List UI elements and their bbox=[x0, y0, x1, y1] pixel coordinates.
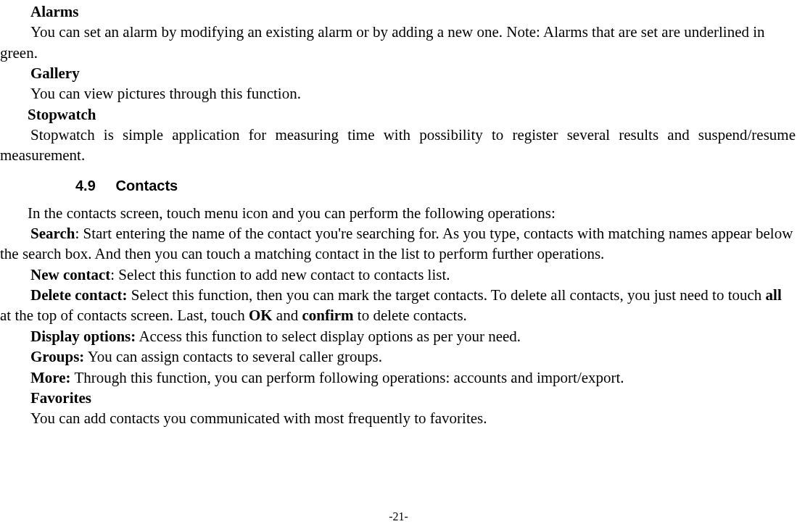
stopwatch-body: Stopwatch is simple application for meas… bbox=[0, 125, 796, 166]
alarms-heading: Alarms bbox=[0, 1, 796, 22]
contacts-more: More: Through this function, you can per… bbox=[0, 367, 796, 388]
contacts-newcontact: New contact: Select this function to add… bbox=[0, 265, 796, 285]
section-heading: 4.9 Contacts bbox=[0, 176, 796, 196]
contacts-display: Display options: Access this function to… bbox=[0, 326, 796, 346]
alarms-body: You can set an alarm by modifying an exi… bbox=[0, 22, 796, 63]
section-title: Contacts bbox=[116, 178, 178, 194]
gallery-heading: Gallery bbox=[0, 63, 796, 83]
contacts-delete: Delete contact: Select this function, th… bbox=[0, 285, 796, 326]
content-area: Alarms You can set an alarm by modifying… bbox=[0, 0, 797, 429]
contacts-intro: In the contacts screen, touch menu icon … bbox=[0, 203, 796, 223]
contacts-groups: Groups: You can assign contacts to sever… bbox=[0, 346, 796, 367]
document-page: { "alarms": { "heading": "Alarms", "body… bbox=[0, 0, 797, 532]
favorites-heading: Favorites bbox=[0, 388, 796, 408]
page-footer: -21- bbox=[0, 509, 797, 525]
gallery-body: You can view pictures through this funct… bbox=[0, 83, 796, 104]
favorites-body: You can add contacts you communicated wi… bbox=[0, 408, 796, 428]
stopwatch-heading: Stopwatch bbox=[0, 104, 796, 125]
section-number: 4.9 bbox=[75, 178, 96, 194]
contacts-search: Search: Start entering the name of the c… bbox=[0, 223, 796, 265]
page-number: -21- bbox=[389, 510, 408, 523]
